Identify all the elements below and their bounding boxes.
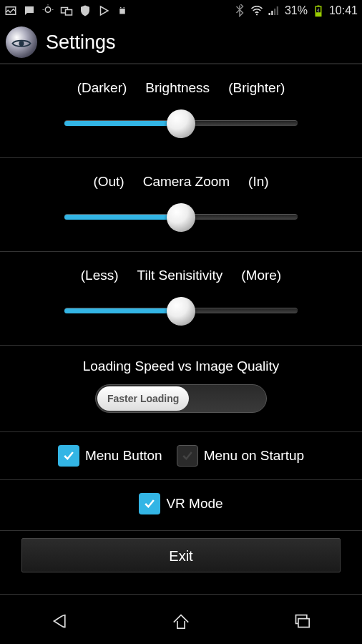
vr-mode-row[interactable]: VR Mode	[0, 480, 362, 531]
zoom-min-label: (Out)	[93, 174, 124, 190]
battery-percent: 31%	[285, 4, 308, 17]
settings-body: (Darker) Brightness (Brighter) (Out) Cam…	[0, 64, 362, 595]
wifi-icon	[250, 4, 263, 17]
tilt-labels: (Less) Tilt Senisitivity (More)	[21, 268, 341, 283]
tilt-min-label: (Less)	[81, 268, 119, 283]
svg-rect-17	[317, 6, 319, 7]
signal-icon	[268, 4, 280, 17]
svg-rect-11	[268, 13, 270, 15]
check-icon	[62, 449, 76, 463]
page-title: Settings	[46, 31, 116, 54]
zoom-label: Camera Zoom	[143, 174, 230, 190]
exit-button[interactable]: Exit	[21, 538, 341, 572]
quality-toggle[interactable]: Faster Loading	[95, 384, 267, 413]
nav-bar	[0, 598, 362, 644]
tilt-slider[interactable]	[21, 296, 341, 325]
recent-apps-button[interactable]	[288, 607, 316, 635]
status-bar: 31% 10:41	[0, 0, 362, 21]
menu-button-label: Menu Button	[85, 448, 162, 464]
vr-mode-checkbox[interactable]	[139, 493, 160, 514]
svg-rect-12	[271, 11, 273, 15]
quality-toggle-knob: Faster Loading	[97, 386, 189, 411]
screens-icon	[60, 4, 73, 17]
menu-button-check-item[interactable]: Menu Button	[58, 445, 162, 467]
svg-rect-20	[298, 619, 309, 628]
battery-icon	[312, 4, 325, 17]
menu-startup-label: Menu on Startup	[204, 448, 304, 464]
app-header: Settings	[0, 21, 362, 64]
menu-checks-row: Menu Button Menu on Startup	[0, 432, 362, 480]
menu-button-checkbox[interactable]	[58, 445, 79, 467]
tilt-max-label: (More)	[241, 268, 281, 283]
svg-point-18	[19, 41, 24, 46]
quality-toggle-row: Loading Speed vs Image Quality Faster Lo…	[0, 346, 362, 432]
zoom-row: (Out) Camera Zoom (In)	[0, 158, 362, 252]
home-button[interactable]	[167, 607, 195, 635]
brightness-row: (Darker) Brightness (Brighter)	[0, 64, 362, 158]
clock: 10:41	[329, 4, 358, 17]
svg-point-8	[120, 7, 122, 9]
brightness-labels: (Darker) Brightness (Brighter)	[21, 80, 341, 96]
app-icon	[6, 26, 37, 58]
vr-mode-label: VR Mode	[166, 496, 222, 512]
bluetooth-icon	[233, 4, 246, 17]
back-button[interactable]	[46, 607, 74, 635]
svg-rect-14	[277, 6, 278, 15]
svg-point-10	[256, 14, 258, 15]
tilt-row: (Less) Tilt Senisitivity (More)	[0, 252, 362, 346]
svg-rect-13	[274, 9, 275, 15]
playstore-icon	[97, 4, 110, 17]
svg-rect-16	[315, 12, 321, 16]
svg-point-9	[124, 7, 125, 9]
zoom-max-label: (In)	[248, 174, 269, 190]
quality-toggle-title: Loading Speed vs Image Quality	[21, 358, 341, 374]
svg-rect-7	[119, 9, 125, 14]
status-left-icons	[4, 4, 129, 17]
bulb-icon	[41, 4, 54, 17]
tilt-label: Tilt Senisitivity	[137, 268, 223, 283]
exit-row: Exit	[0, 531, 362, 595]
brightness-max-label: (Brighter)	[228, 80, 285, 96]
android-icon	[116, 4, 129, 17]
svg-rect-6	[66, 10, 72, 16]
check-icon	[180, 449, 195, 463]
chat-icon	[23, 4, 36, 17]
svg-point-1	[45, 7, 51, 13]
shield-icon	[79, 4, 92, 17]
check-icon	[142, 497, 157, 511]
brightness-min-label: (Darker)	[77, 80, 127, 96]
brightness-label: Brightness	[145, 80, 210, 96]
brightness-slider[interactable]	[21, 109, 341, 137]
status-right: 31% 10:41	[233, 4, 358, 17]
picture-icon	[4, 4, 17, 17]
zoom-labels: (Out) Camera Zoom (In)	[21, 174, 341, 190]
menu-startup-check-item[interactable]: Menu on Startup	[177, 445, 304, 467]
menu-startup-checkbox[interactable]	[177, 445, 198, 467]
zoom-slider[interactable]	[21, 203, 341, 231]
